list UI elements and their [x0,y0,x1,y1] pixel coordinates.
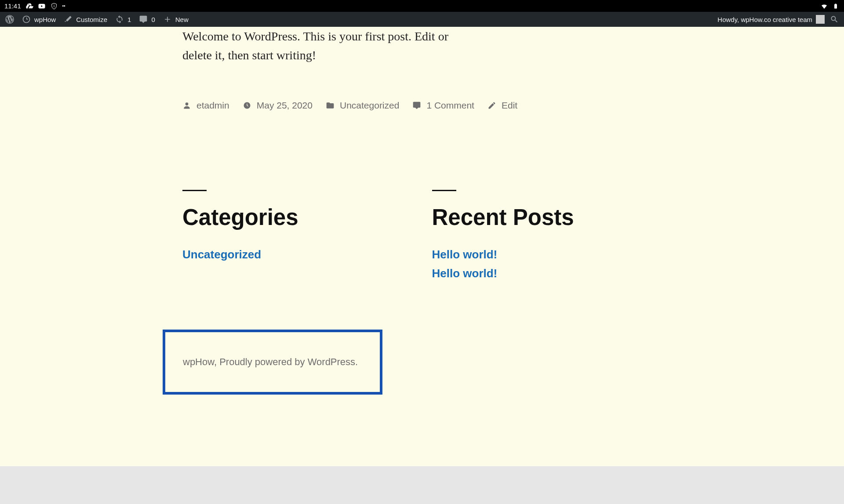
footer-widgets: Categories Uncategorized Recent Posts He… [182,190,664,286]
wp-admin-bar: wpHow Customize 1 0 New [0,12,844,27]
customize-label: Customize [76,16,107,23]
categories-title: Categories [182,204,415,230]
wp-logo-button[interactable] [5,15,14,24]
site-name-label: wpHow [34,16,56,23]
youtube-icon [38,2,46,10]
meta-comment: 1 Comment [412,100,474,111]
footer-credit: wpHow, Proudly powered by WordPress. [183,356,362,368]
customize-button[interactable]: Customize [64,15,107,24]
battery-icon [832,2,840,10]
search-button[interactable] [830,15,839,24]
comments-count: 0 [151,16,155,23]
recent-posts-title: Recent Posts [432,204,664,230]
site-name-button[interactable]: wpHow [22,15,56,24]
category-link[interactable]: Uncategorized [340,100,399,111]
updates-count: 1 [127,16,131,23]
category-item-link[interactable]: Uncategorized [182,248,415,261]
comment-meta-icon [412,101,421,110]
howdy-label: Howdy, wpHow.co creative team [717,16,812,23]
recent-post-link[interactable]: Hello world! [432,248,664,261]
status-bar-right [820,2,840,10]
person-icon [182,101,191,110]
new-button[interactable]: New [163,15,189,24]
wp-bar-left: wpHow Customize 1 0 New [5,15,189,24]
folder-icon [326,101,335,110]
page-content: Welcome to WordPress. This is your first… [0,27,844,466]
shield-info-icon [50,2,58,10]
svg-rect-4 [835,4,837,4]
comments-button[interactable]: 0 [139,15,155,24]
updates-icon [115,15,124,24]
recent-post-link[interactable]: Hello world! [432,267,664,280]
bottom-bar [0,466,844,484]
content-wrapper: Welcome to WordPress. This is your first… [163,27,681,395]
wordpress-logo-icon [5,15,14,24]
wp-bar-right: Howdy, wpHow.co creative team [717,15,839,24]
wifi-icon [820,2,828,10]
svg-rect-2 [54,5,54,7]
status-dots: •• [62,4,65,8]
author-link[interactable]: etadmin [196,100,229,111]
meta-date: May 25, 2020 [243,100,313,111]
device-status-bar: 11:41 •• [0,0,844,12]
post-meta: etadmin May 25, 2020 Uncategorized 1 Com… [182,100,664,111]
meta-author: etadmin [182,100,229,111]
user-avatar [816,15,825,24]
meta-edit: Edit [487,100,517,111]
updates-button[interactable]: 1 [115,15,131,24]
widget-title-border [182,190,207,191]
drive-icon [25,2,33,10]
status-bar-left: 11:41 •• [4,2,65,10]
comment-icon [139,15,148,24]
meta-category: Uncategorized [326,100,399,111]
brush-icon [64,15,73,24]
dashboard-icon [22,15,31,24]
howdy-button[interactable]: Howdy, wpHow.co creative team [717,15,825,24]
post-content: Welcome to WordPress. This is your first… [182,27,473,65]
pencil-icon [487,101,496,110]
svg-point-7 [186,102,189,105]
svg-point-1 [54,4,54,5]
svg-rect-3 [834,4,837,8]
widget-title-border [432,190,456,191]
comment-link[interactable]: 1 Comment [426,100,474,111]
status-time: 11:41 [4,2,21,10]
footer-credit-box: wpHow, Proudly powered by WordPress. [163,330,382,395]
new-label: New [175,16,189,23]
edit-link[interactable]: Edit [502,100,517,111]
search-icon [830,15,839,24]
categories-widget: Categories Uncategorized [182,190,415,286]
clock-icon [243,101,251,110]
date-text: May 25, 2020 [257,100,313,111]
plus-icon [163,15,172,24]
recent-posts-widget: Recent Posts Hello world! Hello world! [432,190,664,286]
